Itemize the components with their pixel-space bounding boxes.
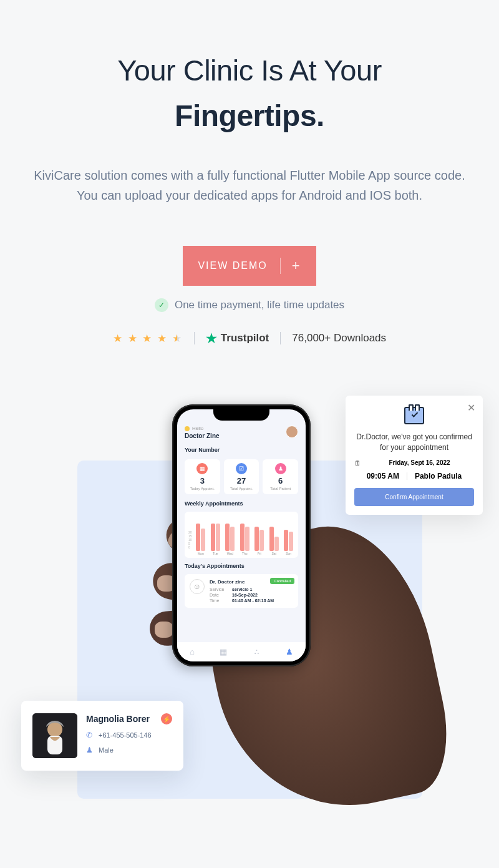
confirm-patient: Pablo Padula: [415, 472, 462, 480]
nav-calendar-icon[interactable]: ▦: [220, 647, 227, 656]
wave-icon: [185, 426, 190, 431]
greeting: Hello: [185, 426, 220, 431]
phone-mockup: Hello Doctor Zine Your Number ▦ 3 Today …: [172, 404, 311, 666]
check-icon: ✓: [155, 298, 168, 312]
calendar-check-icon: ☑: [236, 463, 247, 474]
patient-gender: Male: [99, 746, 114, 754]
weekly-chart: 20151050 MonTueWedThuFriSatSun: [185, 512, 298, 558]
patient-phone: +61-455-505-146: [99, 731, 152, 739]
appt-service: servicio 1: [232, 587, 252, 592]
alert-icon: ⚡: [161, 713, 172, 724]
confirm-date: Friday, Sept 16, 2022: [365, 459, 474, 466]
stat-label: Total Patient: [265, 487, 296, 490]
confirm-time: 09:05 AM: [367, 472, 399, 480]
stat-value: 3: [187, 476, 218, 485]
patient-photo: [32, 713, 77, 758]
confirm-appointment-card: ✕ Dr.Doctor, we've got you confirmed for…: [346, 396, 483, 515]
confirm-appointment-button[interactable]: Confirm Appointment: [354, 488, 474, 506]
view-demo-button[interactable]: VIEW DEMO +: [183, 246, 316, 286]
phone-notch: [213, 409, 269, 421]
separator: [280, 258, 281, 274]
payment-note: One time payment, life time updates: [175, 299, 344, 311]
hero-title-line1: Your Clinic Is At Your: [19, 53, 480, 87]
trustpilot-label: Trustpilot: [221, 332, 269, 344]
svg-point-1: [47, 722, 62, 737]
nav-patients-icon[interactable]: ⛬: [253, 647, 261, 656]
calendar-confirmed-icon: [404, 407, 424, 424]
stat-label: Total Appoint.: [226, 487, 257, 490]
close-icon[interactable]: ✕: [467, 402, 475, 414]
stat-card-total-appt[interactable]: ☑ 27 Total Appoint.: [224, 459, 259, 494]
separator: [280, 332, 281, 344]
stat-card-today[interactable]: ▦ 3 Today Appoint.: [185, 459, 220, 494]
plus-icon: +: [292, 258, 301, 274]
section-today: Today's Appointments: [177, 560, 306, 572]
nav-profile-icon[interactable]: ♟: [286, 647, 293, 656]
patient-name: Magnolia Borer: [86, 714, 150, 724]
user-icon: ♟: [86, 746, 94, 754]
star-rating: ★ ★ ★ ★ ★: [113, 332, 183, 345]
demo-button-label: VIEW DEMO: [198, 260, 267, 271]
user-icon: ♟: [275, 463, 286, 474]
hero-title-line2: Fingertips.: [19, 99, 480, 133]
phone-icon: ✆: [86, 731, 94, 739]
doctor-name: Doctor Zine: [185, 432, 220, 439]
section-weekly: Weekly Appointments: [177, 498, 306, 509]
confirm-message: Dr.Doctor, we've got you confirmed for y…: [354, 432, 474, 453]
calendar-icon: ▦: [196, 463, 208, 474]
payment-note-row: ✓ One time payment, life time updates: [19, 298, 480, 312]
separator: [407, 472, 407, 480]
status-badge: Cancelled: [270, 578, 294, 584]
trustpilot-badge: ★ Trustpilot: [206, 331, 269, 346]
trustpilot-star-icon: ★: [206, 331, 217, 346]
section-your-number: Your Number: [177, 444, 306, 456]
stat-card-patients[interactable]: ♟ 6 Total Patient: [263, 459, 298, 494]
appt-date: 16-Sep-2022: [232, 593, 258, 597]
nav-home-icon[interactable]: ⌂: [190, 647, 195, 656]
downloads-count: 76,000+ Downloads: [292, 332, 386, 344]
calendar-icon: 🗓: [354, 459, 361, 467]
separator: [194, 332, 195, 344]
patient-card: Magnolia Borer ⚡ ✆+61-455-505-146 ♟Male: [21, 701, 183, 771]
stat-value: 27: [226, 476, 257, 485]
hero-subtitle: KiviCare solution comes with a fully fun…: [19, 165, 480, 205]
stat-label: Today Appoint.: [187, 487, 218, 490]
bottom-nav: ⌂ ▦ ⛬ ♟: [177, 642, 306, 661]
avatar[interactable]: [286, 426, 298, 438]
stat-value: 6: [265, 476, 296, 485]
appt-time: 01:40 AM - 02:10 AM: [232, 598, 274, 603]
appointment-card[interactable]: Cancelled ☺ Dr. Doctor zine Serviceservi…: [185, 574, 298, 608]
avatar-placeholder: ☺: [190, 579, 205, 594]
